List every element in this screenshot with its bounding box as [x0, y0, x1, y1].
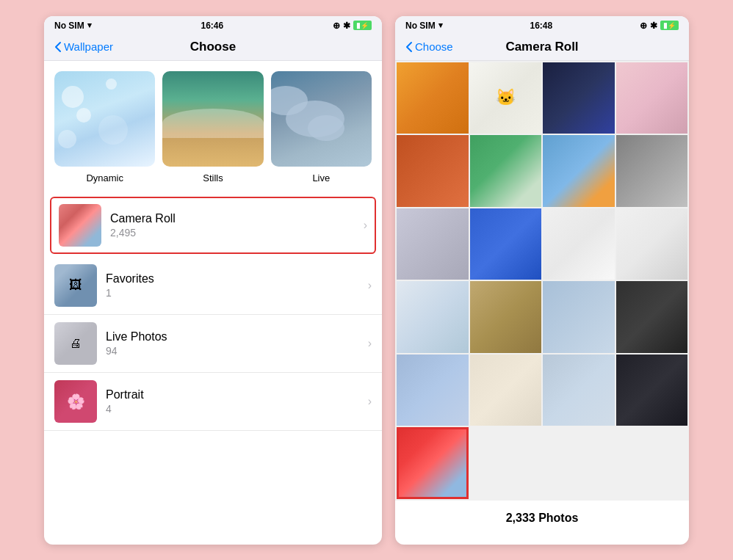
left-battery: ▮⚡	[353, 21, 372, 30]
left-back-button[interactable]: Wallpaper	[54, 40, 113, 53]
right-content: 🐱	[395, 61, 689, 534]
photo-cell-tulip[interactable]	[397, 427, 469, 499]
album-favorites[interactable]: 🖼 Favorites 1 ›	[44, 257, 382, 315]
wallpaper-type-grid	[44, 61, 382, 172]
right-phone-screen: No SIM ▾ 16:48 ⊕ ✱ ▮⚡ Choose Camera Roll…	[395, 16, 689, 545]
right-bluetooth-icon: ✱	[650, 21, 657, 31]
wallpaper-dynamic-thumb[interactable]	[54, 71, 155, 167]
live-photos-name: Live Photos	[106, 330, 359, 343]
left-phone-screen: No SIM ▾ 16:46 ⊕ ✱ ▮⚡ Wallpaper Choose	[44, 16, 382, 545]
favorites-count: 1	[106, 287, 359, 299]
photo-cell-9[interactable]	[397, 208, 469, 280]
wallpaper-type-labels: Dynamic Stills Live	[44, 172, 382, 194]
left-nav-bar: Wallpaper Choose	[44, 34, 382, 61]
photo-cell-17[interactable]	[397, 354, 469, 426]
favorites-name: Favorites	[106, 272, 359, 286]
left-back-label: Wallpaper	[64, 40, 113, 53]
camera-roll-name: Camera Roll	[110, 212, 355, 225]
live-label: Live	[271, 172, 372, 183]
photo-cell-18[interactable]	[470, 354, 542, 426]
right-carrier: No SIM	[405, 21, 436, 31]
wallpaper-stills-thumb[interactable]	[162, 71, 263, 167]
album-portrait[interactable]: 🌸 Portrait 4 ›	[44, 373, 382, 431]
camera-roll-count: 2,495	[110, 227, 355, 239]
wallpaper-live-thumb[interactable]	[271, 71, 372, 167]
right-nav-bar: Choose Camera Roll	[395, 34, 689, 61]
portrait-thumb: 🌸	[54, 380, 97, 423]
left-wifi-icon: ▾	[87, 21, 92, 30]
photo-cell-10[interactable]	[470, 208, 542, 280]
right-back-button[interactable]: Choose	[405, 40, 453, 53]
camera-roll-thumb	[59, 204, 101, 247]
left-time: 16:46	[201, 21, 223, 31]
left-location-icon: ⊕	[333, 21, 340, 31]
live-photos-chevron: ›	[368, 337, 372, 350]
photo-cell-16[interactable]	[616, 281, 688, 353]
album-live-photos[interactable]: 🖨 Live Photos 94 ›	[44, 315, 382, 373]
photo-cell-6[interactable]	[470, 135, 542, 207]
right-wifi-icon: ▾	[438, 21, 443, 30]
right-location-icon: ⊕	[640, 21, 647, 31]
photo-cell-14[interactable]	[470, 281, 542, 353]
portrait-count: 4	[106, 403, 359, 415]
right-status-bar: No SIM ▾ 16:48 ⊕ ✱ ▮⚡	[395, 16, 689, 34]
left-bluetooth-icon: ✱	[343, 21, 350, 31]
stills-label: Stills	[162, 172, 263, 183]
camera-roll-info: Camera Roll 2,495	[101, 212, 364, 239]
album-camera-roll[interactable]: Camera Roll 2,495 ›	[50, 197, 376, 254]
left-nav-title: Choose	[190, 40, 236, 54]
photo-cell-11[interactable]	[543, 208, 615, 280]
portrait-name: Portrait	[106, 388, 359, 401]
portrait-chevron: ›	[368, 395, 372, 408]
photo-cell-20[interactable]	[616, 354, 688, 426]
photo-cell-15[interactable]	[543, 281, 615, 353]
favorites-thumb: 🖼	[54, 264, 97, 307]
photo-cell-23	[543, 427, 615, 499]
photo-cell-2[interactable]: 🐱	[470, 62, 542, 134]
left-carrier: No SIM	[54, 21, 84, 31]
photo-cell-1[interactable]	[397, 62, 469, 134]
photo-cell-22	[470, 427, 542, 499]
photo-cell-5[interactable]	[397, 135, 469, 207]
photo-cell-7[interactable]	[543, 135, 615, 207]
right-back-label: Choose	[415, 40, 453, 53]
portrait-info: Portrait 4	[97, 388, 368, 415]
photo-cell-3[interactable]	[543, 62, 615, 134]
photo-cell-12[interactable]	[616, 208, 688, 280]
photo-count: 2,333 Photos	[395, 503, 689, 534]
right-battery: ▮⚡	[660, 21, 679, 30]
photo-cell-4[interactable]	[616, 62, 688, 134]
live-photos-info: Live Photos 94	[97, 330, 368, 357]
live-photos-thumb: 🖨	[54, 322, 97, 365]
album-list: Camera Roll 2,495 › 🖼 Favorites 1 › 🖨 Li…	[44, 197, 382, 431]
camera-roll-chevron: ›	[364, 219, 367, 232]
right-nav-title: Camera Roll	[505, 40, 578, 54]
right-time: 16:48	[530, 21, 552, 31]
dynamic-label: Dynamic	[54, 172, 155, 183]
photo-cell-13[interactable]	[397, 281, 469, 353]
favorites-info: Favorites 1	[97, 272, 368, 299]
photo-cell-8[interactable]	[616, 135, 688, 207]
camera-roll-grid: 🐱	[395, 61, 689, 501]
live-photos-count: 94	[106, 345, 359, 357]
favorites-chevron: ›	[368, 279, 372, 292]
photo-grid-wrapper: 🐱	[395, 61, 689, 503]
left-status-bar: No SIM ▾ 16:46 ⊕ ✱ ▮⚡	[44, 16, 382, 34]
photo-cell-24	[616, 427, 688, 499]
photo-cell-19[interactable]	[543, 354, 615, 426]
